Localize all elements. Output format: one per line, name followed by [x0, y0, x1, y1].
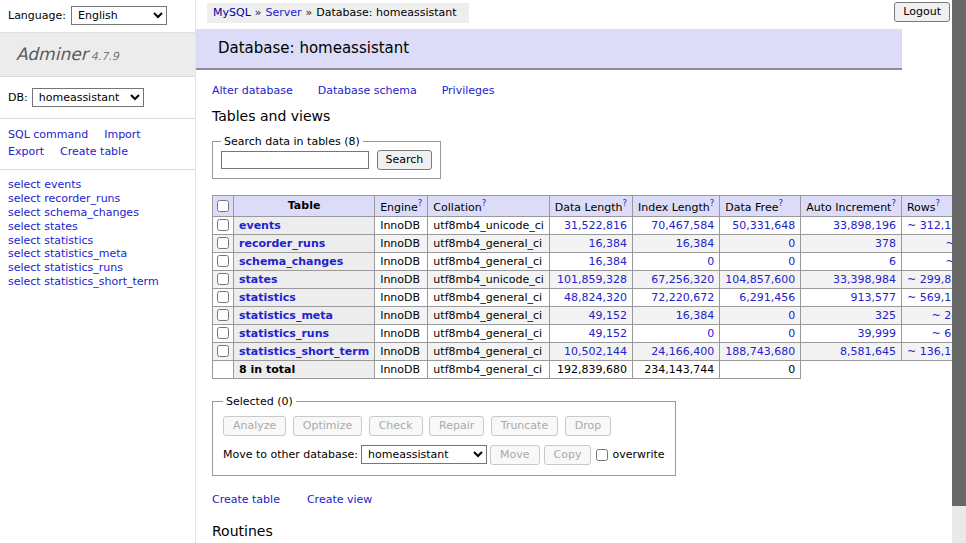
- help-link[interactable]: ?: [482, 198, 487, 208]
- table-name-link[interactable]: recorder_runs: [239, 237, 325, 250]
- data-length-value[interactable]: 16,384: [589, 237, 628, 250]
- search-button[interactable]: Search: [377, 150, 433, 170]
- sidebar-link-sql-command[interactable]: SQL command: [8, 128, 88, 141]
- database-schema-link[interactable]: Database schema: [318, 84, 417, 97]
- data-free-value[interactable]: 0: [788, 309, 795, 322]
- index-length-value[interactable]: 67,256,320: [651, 273, 714, 286]
- data-length-value[interactable]: 10,502,144: [564, 345, 627, 358]
- data-length-value[interactable]: 31,522,816: [564, 219, 627, 232]
- table-name-link[interactable]: statistics_runs: [239, 327, 329, 340]
- sidebar-item-select-recorder-runs[interactable]: select recorder_runs: [8, 193, 187, 206]
- index-length-value[interactable]: 72,220,672: [651, 291, 714, 304]
- collation-cell: utf8mb4_general_ci: [428, 306, 549, 324]
- select-all-checkbox[interactable]: [217, 200, 229, 212]
- auto-increment-value[interactable]: 33,898,196: [833, 219, 896, 232]
- move-button[interactable]: Move: [490, 445, 540, 465]
- sidebar-item-select-schema-changes[interactable]: select schema_changes: [8, 207, 187, 220]
- scrollbar-thumb[interactable]: [952, 0, 966, 506]
- breadcrumb-mysql-link[interactable]: MySQL: [213, 6, 251, 19]
- table-name-link[interactable]: states: [239, 273, 278, 286]
- index-length-value[interactable]: 0: [707, 327, 714, 340]
- search-input[interactable]: [221, 151, 369, 169]
- main-panel: MySQL»Server»Database: homeassistant Log…: [196, 0, 952, 543]
- auto-increment-value[interactable]: 913,577: [850, 291, 896, 304]
- sidebar-item-select-events[interactable]: select events: [8, 179, 187, 192]
- sidebar-item-select-statistics-runs[interactable]: select statistics_runs: [8, 262, 187, 275]
- index-length-value[interactable]: 0: [707, 255, 714, 268]
- privileges-link[interactable]: Privileges: [442, 84, 495, 97]
- index-length-value[interactable]: 16,384: [676, 309, 715, 322]
- auto-increment-value[interactable]: 8,581,645: [840, 345, 896, 358]
- table-header-row: Table Engine? Collation? Data Length? In…: [213, 196, 966, 217]
- help-link[interactable]: ?: [623, 198, 628, 208]
- row-checkbox[interactable]: [217, 291, 229, 303]
- auto-increment-value[interactable]: 378: [875, 237, 896, 250]
- logout-button[interactable]: Logout: [894, 2, 950, 22]
- row-checkbox[interactable]: [217, 309, 229, 321]
- table-name-link[interactable]: statistics_meta: [239, 309, 333, 322]
- data-free-value[interactable]: 6,291,456: [739, 291, 795, 304]
- data-free-value[interactable]: 0: [788, 255, 795, 268]
- auto-increment-value[interactable]: 33,398,984: [833, 273, 896, 286]
- row-checkbox[interactable]: [217, 255, 229, 267]
- drop-button[interactable]: Drop: [565, 416, 611, 436]
- table-name-link[interactable]: schema_changes: [239, 255, 343, 268]
- app-name: Adminer: [16, 44, 88, 64]
- move-db-select[interactable]: homeassistant: [361, 445, 487, 464]
- analyze-button[interactable]: Analyze: [223, 416, 286, 436]
- data-length-value[interactable]: 49,152: [589, 327, 628, 340]
- sidebar-item-select-statistics[interactable]: select statistics: [8, 235, 187, 248]
- db-select[interactable]: homeassistant: [32, 88, 144, 107]
- help-link[interactable]: ?: [936, 198, 941, 208]
- help-link[interactable]: ?: [710, 198, 715, 208]
- row-checkbox[interactable]: [217, 237, 229, 249]
- data-free-value[interactable]: 0: [788, 327, 795, 340]
- overwrite-checkbox[interactable]: [596, 449, 608, 461]
- sidebar-link-create-table[interactable]: Create table: [60, 145, 128, 158]
- sidebar-link-import[interactable]: Import: [104, 128, 141, 141]
- data-length-value[interactable]: 48,824,320: [564, 291, 627, 304]
- alter-database-link[interactable]: Alter database: [212, 84, 293, 97]
- data-length-value[interactable]: 49,152: [589, 309, 628, 322]
- row-checkbox[interactable]: [217, 327, 229, 339]
- create-table-link[interactable]: Create table: [212, 493, 280, 506]
- data-free-value[interactable]: 104,857,600: [725, 273, 795, 286]
- truncate-button[interactable]: Truncate: [491, 416, 558, 436]
- vertical-scrollbar[interactable]: [952, 0, 966, 543]
- data-free-value[interactable]: 188,743,680: [725, 345, 795, 358]
- index-length-value[interactable]: 16,384: [676, 237, 715, 250]
- breadcrumb-server-link[interactable]: Server: [266, 6, 302, 19]
- index-length-value[interactable]: 70,467,584: [651, 219, 714, 232]
- data-length-value[interactable]: 16,384: [589, 255, 628, 268]
- check-button[interactable]: Check: [369, 416, 423, 436]
- auto-increment-value[interactable]: 39,999: [857, 327, 896, 340]
- help-link[interactable]: ?: [778, 198, 783, 208]
- table-name-link[interactable]: events: [239, 219, 281, 232]
- repair-button[interactable]: Repair: [429, 416, 484, 436]
- optimize-button[interactable]: Optimize: [293, 416, 362, 436]
- table-name-link[interactable]: statistics_short_term: [239, 345, 369, 358]
- auto-increment-value[interactable]: 6: [889, 255, 896, 268]
- total-data-length: 192,839,680: [549, 360, 632, 378]
- help-link[interactable]: ?: [418, 198, 423, 208]
- row-checkbox[interactable]: [217, 345, 229, 357]
- sidebar-item-select-states[interactable]: select states: [8, 221, 187, 234]
- engine-cell: InnoDB: [375, 288, 428, 306]
- breadcrumb-separator: »: [306, 6, 313, 19]
- auto-increment-value[interactable]: 325: [875, 309, 896, 322]
- sidebar-item-select-statistics-meta[interactable]: select statistics_meta: [8, 248, 187, 261]
- table-name-link[interactable]: statistics: [239, 291, 296, 304]
- index-length-value[interactable]: 24,166,400: [651, 345, 714, 358]
- data-free-value[interactable]: 50,331,648: [732, 219, 795, 232]
- row-checkbox[interactable]: [217, 273, 229, 285]
- data-length-value[interactable]: 101,859,328: [557, 273, 627, 286]
- language-select[interactable]: English: [71, 6, 167, 25]
- data-free-value[interactable]: 0: [788, 237, 795, 250]
- column-header-data-length: Data Length?: [549, 196, 632, 217]
- create-view-link[interactable]: Create view: [307, 493, 372, 506]
- copy-button[interactable]: Copy: [544, 445, 592, 465]
- sidebar-link-export[interactable]: Export: [8, 145, 44, 158]
- row-checkbox[interactable]: [217, 219, 229, 231]
- help-link[interactable]: ?: [891, 198, 896, 208]
- sidebar-item-select-statistics-short-term[interactable]: select statistics_short_term: [8, 276, 187, 289]
